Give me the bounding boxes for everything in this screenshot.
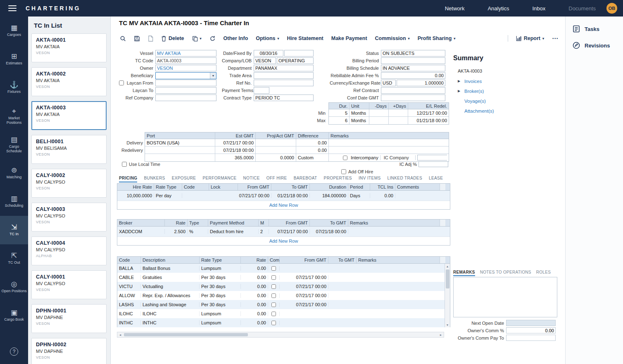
beneficiary-dropdown-button[interactable]: ▼ <box>210 73 216 79</box>
summary-link-invoices[interactable]: ▶Invoices <box>458 78 494 84</box>
ic-company-field[interactable] <box>417 155 447 161</box>
rebillable-admin-fee-field[interactable] <box>381 72 445 79</box>
horizontal-scrollbar[interactable]: ◄ ► <box>117 332 444 338</box>
status-field[interactable] <box>381 50 445 57</box>
comm-checkbox[interactable] <box>271 321 276 325</box>
sidebar-item-cargo-schedule[interactable]: ▤Cargo Schedule <box>0 130 28 159</box>
currency-field[interactable] <box>381 80 396 86</box>
list-item[interactable]: BELI-I0001MV BELISAMAVESON <box>31 135 107 164</box>
exchange-rate-field[interactable] <box>397 80 445 86</box>
nav-documents[interactable]: Documents <box>568 5 596 12</box>
duration-basis-row[interactable]: 365.0000 0.0000 Custom Intercompany IC C… <box>145 154 449 161</box>
company-field[interactable] <box>254 57 276 64</box>
code-row[interactable]: INTHC INTHC Lumpsum 0.00 <box>117 318 445 327</box>
list-item[interactable]: DPHN-I0002MV DAPHNEVESON <box>31 338 107 364</box>
tc-code-field[interactable] <box>155 57 216 64</box>
tab-linked-trades[interactable]: LINKED TRADES <box>387 176 422 182</box>
owners-comm-pay-to-field[interactable] <box>506 335 556 341</box>
copy-button[interactable]: ▾ <box>192 35 202 42</box>
lob-field[interactable] <box>277 57 314 64</box>
sidebar-item-tc-in[interactable]: ⇲TC In <box>0 216 28 244</box>
intercompany-checkbox[interactable] <box>343 156 347 160</box>
department-field[interactable] <box>254 65 314 71</box>
delivery-row[interactable]: BOSTON (USA) 07/21/17 00:00 0.00 <box>145 139 449 147</box>
sidebar-item-cargo-book[interactable]: ▣Cargo Book <box>0 301 28 330</box>
tab-lease[interactable]: LEASE <box>429 176 443 182</box>
min-row[interactable]: 5 Months 12/21/17 00:00 <box>329 109 449 117</box>
billing-schedule-field[interactable] <box>381 65 445 71</box>
save-button[interactable] <box>134 35 140 42</box>
trade-area-field[interactable] <box>254 72 314 79</box>
help-button[interactable]: ? <box>0 343 28 360</box>
scrollbar-thumb[interactable] <box>124 333 248 336</box>
conf-date-gmt-field[interactable] <box>381 95 445 101</box>
add-off-hire-checkbox[interactable] <box>341 169 346 174</box>
sidebar-item-matching[interactable]: ⊚Matching <box>0 159 28 187</box>
list-item[interactable]: AKTA-I0001MV AKTAIAVESON <box>31 33 107 62</box>
delete-button[interactable]: Delete <box>161 35 184 42</box>
ref-company-field[interactable] <box>155 95 216 101</box>
sidebar-item-tc-out[interactable]: ⇱TC Out <box>0 244 28 273</box>
fixed-by-field[interactable] <box>284 50 314 57</box>
scroll-up-icon[interactable]: ▲ <box>446 264 449 269</box>
refresh-button[interactable] <box>209 35 216 42</box>
tab-remarks[interactable]: REMARKS <box>453 270 475 276</box>
list-item[interactable]: CALY-I0003MV CALYPSOVESON <box>31 203 107 232</box>
expand-triangle-icon[interactable]: ▶ <box>458 79 464 83</box>
options-button[interactable]: Options▾ <box>256 35 279 41</box>
tab-bareboat[interactable]: BAREBOAT <box>294 176 317 182</box>
tab-pricing[interactable]: PRICING <box>119 176 137 182</box>
payment-terms-field[interactable] <box>254 87 269 94</box>
list-item-selected[interactable]: AKTA-I0003MV AKTAIAVESON <box>31 101 107 130</box>
list-item[interactable]: CALY-I0004MV CALYPSOALPHAB <box>31 236 107 265</box>
hire-statement-button[interactable]: Hire Statement <box>287 35 323 41</box>
scroll-left-icon[interactable]: ◄ <box>117 333 123 336</box>
billing-period-field[interactable] <box>381 57 445 64</box>
make-payment-button[interactable]: Make Payment <box>331 35 367 41</box>
contract-type-field[interactable] <box>254 95 314 101</box>
nav-network[interactable]: Network <box>445 5 465 12</box>
vertical-scrollbar[interactable]: ▲ ▼ <box>445 264 450 327</box>
broker-row[interactable]: XADDCOM 2.500 % Deduct from hire 2 07/21… <box>117 227 450 236</box>
sidebar-item-market-positions[interactable]: ⌖Market Positions <box>0 102 28 130</box>
list-item[interactable]: DPHN-I0001MV DAPHNEVESON <box>31 304 107 333</box>
sidebar-item-fixtures[interactable]: ⚓Fixtures <box>0 73 28 102</box>
comm-checkbox[interactable] <box>271 266 276 271</box>
summary-link-voyages[interactable]: Voyage(s) <box>458 98 494 104</box>
expand-triangle-icon[interactable]: ▶ <box>458 89 464 93</box>
beneficiary-field[interactable] <box>156 73 210 79</box>
profit-sharing-button[interactable]: Profit Sharing▾ <box>418 35 456 41</box>
revisions-button[interactable]: Revisions <box>566 37 623 54</box>
laycan-from-field[interactable] <box>155 80 216 86</box>
beneficiary-combobox[interactable]: ▼ <box>155 72 216 79</box>
tab-performance[interactable]: PERFORMANCE <box>202 176 236 182</box>
basis-value[interactable]: Custom <box>296 154 329 161</box>
laycan-to-field[interactable] <box>155 87 216 94</box>
date-fixed-by-field[interactable] <box>254 50 283 57</box>
user-avatar[interactable]: OB <box>606 3 617 14</box>
ref-contract-field[interactable] <box>381 87 445 94</box>
ref-no-field[interactable] <box>254 80 314 86</box>
code-row[interactable]: ALLOW Repr. Exp. / Allowances Per 30 day… <box>117 291 445 300</box>
list-item[interactable]: AKTA-I0002MV AKTAIAVESON <box>31 67 107 96</box>
sidebar-item-cargoes[interactable]: ▦Cargoes <box>0 17 28 45</box>
summary-link-attachments[interactable]: Attachment(s) <box>458 108 494 113</box>
owners-comm-field[interactable] <box>506 327 556 333</box>
commission-button[interactable]: Commission▾ <box>375 35 410 41</box>
tab-off-hire[interactable]: OFF HIRE <box>266 176 287 182</box>
code-row[interactable]: VICTU Victualling Per 30 days 0.00 07/21… <box>117 282 445 291</box>
tab-notice[interactable]: NOTICE <box>243 176 260 182</box>
scroll-right-icon[interactable]: ► <box>438 333 444 336</box>
nav-analytics[interactable]: Analytics <box>487 5 509 12</box>
code-row[interactable]: CABLE Gratuities Per 30 days 0.00 07/21/… <box>117 273 445 282</box>
tasks-button[interactable]: Tasks <box>566 21 623 37</box>
tab-roles[interactable]: ROLES <box>536 270 551 276</box>
summary-link-brokers[interactable]: ▶Broker(s) <box>458 88 494 94</box>
remarks-textarea[interactable] <box>453 277 557 317</box>
tab-inv-items[interactable]: INV ITEMS <box>359 176 381 182</box>
comm-checkbox[interactable] <box>271 312 276 316</box>
sidebar-item-open-positions[interactable]: ◎Open Positions <box>0 273 28 301</box>
code-row[interactable]: LASHS Lashing and Stowage Per 30 days 0.… <box>117 300 445 309</box>
comm-checkbox[interactable] <box>271 293 276 298</box>
tab-exposure[interactable]: EXPOSURE <box>172 176 196 182</box>
